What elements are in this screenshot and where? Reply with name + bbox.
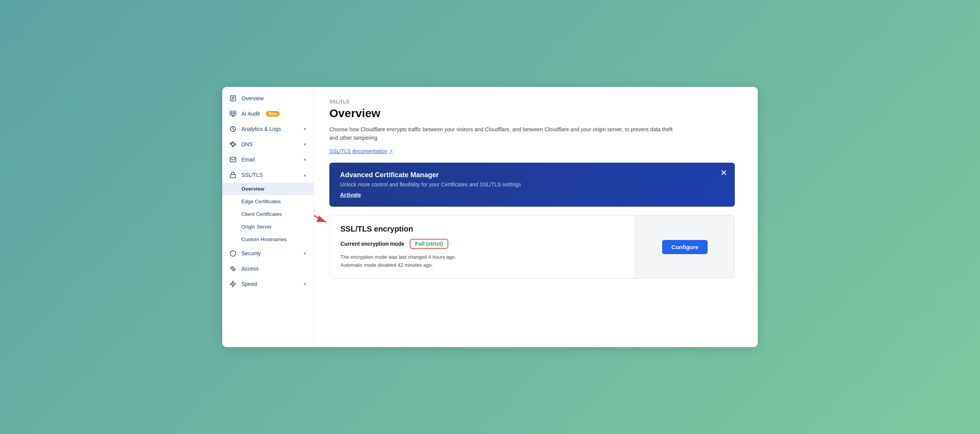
sidebar: Overview AI Audit Beta Analytics & Logs … — [222, 87, 314, 347]
dns-icon — [229, 140, 237, 148]
svg-rect-8 — [230, 143, 232, 144]
beta-badge: Beta — [266, 111, 280, 117]
doc-link[interactable]: SSL/TLS documentation ↗ — [329, 148, 393, 154]
ssl-submenu-custom-hostnames[interactable]: Custom Hostnames — [222, 233, 314, 246]
svg-line-12 — [231, 142, 232, 144]
sidebar-item-analytics-logs[interactable]: Analytics & Logs ▼ — [222, 121, 314, 137]
chevron-down-icon: ▼ — [303, 282, 307, 286]
doc-link-label: SSL/TLS documentation — [329, 148, 387, 154]
svg-rect-10 — [232, 145, 234, 147]
sidebar-item-email[interactable]: Email ▼ — [222, 152, 314, 167]
chevron-down-icon: ▼ — [303, 158, 307, 162]
banner-description: Unlock more control and flexibility for … — [340, 181, 724, 188]
encryption-section-title: SSL/TLS encryption — [340, 225, 624, 233]
main-content: SSL/TLS Overview Choose how Cloudflare e… — [314, 87, 758, 347]
svg-rect-16 — [230, 157, 236, 162]
banner-close-button[interactable]: ✕ — [720, 169, 727, 177]
svg-line-14 — [234, 142, 234, 144]
chevron-down-icon: ▼ — [303, 251, 307, 256]
encryption-card-right: Configure — [635, 215, 734, 279]
sidebar-item-overview[interactable]: Overview — [222, 91, 314, 106]
lock-icon — [229, 171, 237, 179]
svg-rect-9 — [232, 142, 234, 143]
encryption-mode-row: Current encryption mode Full (strict) — [340, 239, 624, 249]
svg-line-15 — [234, 145, 234, 146]
ssl-submenu-client-cert-label: Client Certificates — [241, 211, 282, 217]
ssl-submenu: Overview Edge Certificates Client Certif… — [222, 183, 314, 246]
svg-line-13 — [231, 144, 232, 146]
ssl-submenu-origin-server[interactable]: Origin Server — [222, 220, 314, 233]
sidebar-item-label: Analytics & Logs — [241, 126, 281, 132]
svg-rect-17 — [230, 175, 236, 178]
ssl-submenu-custom-hostname-label: Custom Hostnames — [241, 237, 287, 242]
chevron-down-icon: ▼ — [303, 142, 307, 147]
ssl-submenu-overview-label: Overview — [241, 186, 264, 192]
sidebar-item-ai-audit[interactable]: AI Audit Beta — [222, 106, 314, 121]
encryption-card-left: SSL/TLS encryption Current encryption mo… — [330, 215, 635, 279]
doc-icon — [229, 95, 237, 102]
sidebar-item-label: SSL/TLS — [241, 172, 263, 178]
ai-icon — [229, 110, 237, 117]
banner-activate-link[interactable]: Activate — [340, 192, 361, 198]
ssl-submenu-origin-label: Origin Server — [241, 224, 272, 230]
ssl-submenu-overview[interactable]: Overview — [222, 183, 314, 195]
encryption-mode-label: Current encryption mode — [340, 241, 404, 247]
sidebar-item-label: Access — [241, 266, 259, 272]
sidebar-item-label: DNS — [241, 141, 253, 147]
encryption-mode-value: Full (strict) — [410, 239, 448, 249]
sidebar-item-label: Overview — [241, 95, 264, 101]
chevron-down-icon: ▼ — [303, 127, 307, 131]
ssl-submenu-edge-certificates[interactable]: Edge Certificates — [222, 195, 314, 208]
sidebar-item-label: AI Audit — [241, 111, 260, 117]
encryption-card: SSL/TLS encryption Current encryption mo… — [329, 215, 735, 279]
svg-marker-19 — [230, 281, 236, 287]
chevron-up-icon: ▲ — [303, 173, 307, 177]
page-title: Overview — [329, 107, 742, 120]
analytics-icon — [229, 125, 237, 133]
svg-rect-11 — [234, 144, 236, 145]
svg-point-18 — [232, 268, 234, 270]
sidebar-item-dns[interactable]: DNS ▼ — [222, 137, 314, 152]
encryption-note-1: The encryption mode was last changed 4 h… — [340, 253, 624, 261]
breadcrumb: SSL/TLS — [329, 99, 742, 104]
external-link-icon: ↗ — [389, 148, 393, 154]
speed-icon — [229, 280, 237, 288]
ssl-submenu-client-certificates[interactable]: Client Certificates — [222, 208, 314, 220]
sidebar-item-security[interactable]: Security ▼ — [222, 246, 314, 261]
sidebar-item-ssl-tls[interactable]: SSL/TLS ▲ — [222, 167, 314, 183]
sidebar-item-label: Security — [241, 250, 261, 256]
email-icon — [229, 156, 237, 163]
cert-banner: ✕ Advanced Certificate Manager Unlock mo… — [329, 163, 735, 207]
sidebar-item-speed[interactable]: Speed ▼ — [222, 276, 314, 292]
sidebar-item-access[interactable]: Access — [222, 261, 314, 276]
ssl-submenu-edge-cert-label: Edge Certificates — [241, 199, 281, 204]
sidebar-item-label: Email — [241, 157, 255, 163]
encryption-note-2: Automatic mode disabled 42 minutes ago. — [340, 261, 624, 269]
security-icon — [229, 250, 237, 257]
banner-title: Advanced Certificate Manager — [340, 171, 724, 179]
sidebar-item-label: Speed — [241, 281, 257, 287]
page-description: Choose how Cloudflare encrypts traffic b… — [329, 125, 674, 142]
access-icon — [229, 265, 237, 272]
configure-button[interactable]: Configure — [662, 240, 708, 254]
